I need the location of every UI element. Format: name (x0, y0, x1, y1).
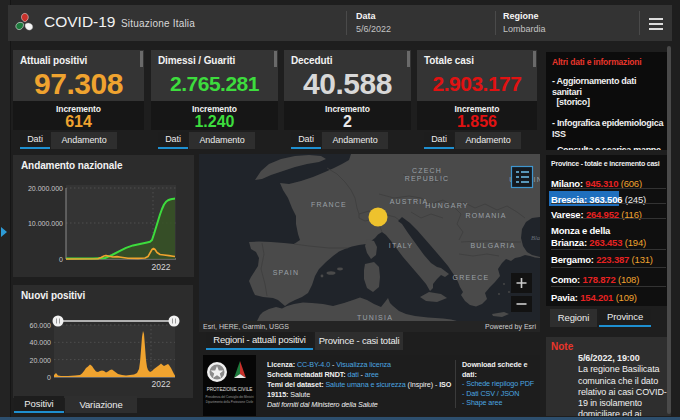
svg-text:2022: 2022 (152, 262, 171, 272)
svg-text:20.000: 20.000 (30, 357, 52, 364)
svg-text:0: 0 (59, 256, 63, 263)
svg-text:AUSTRIA: AUSTRIA (390, 198, 429, 205)
svg-text:BULGARIA: BULGARIA (471, 242, 516, 249)
svg-text:40.000: 40.000 (30, 339, 52, 346)
svg-text:0: 0 (47, 374, 51, 381)
svg-text:2022: 2022 (152, 379, 171, 389)
svg-text:FRANCE: FRANCE (311, 201, 347, 208)
svg-text:GREECE: GREECE (453, 274, 490, 281)
svg-text:CZECH: CZECH (412, 167, 442, 174)
svg-text:20.000.000: 20.000.000 (28, 185, 63, 192)
svg-text:TUNISIA: TUNISIA (357, 314, 393, 321)
svg-text:ITALY: ITALY (389, 242, 413, 249)
svg-text:10.000.000: 10.000.000 (28, 220, 63, 227)
svg-text:REPUBLIC: REPUBLIC (405, 175, 450, 182)
svg-text:Black: Black (531, 234, 540, 241)
svg-text:SPAIN: SPAIN (273, 269, 300, 276)
svg-text:Presidenza del Consiglio dei M: Presidenza del Consiglio dei Ministri (205, 395, 254, 399)
svg-text:60.000: 60.000 (30, 322, 52, 329)
svg-text:PROTEZIONE CIVILE: PROTEZIONE CIVILE (207, 387, 253, 392)
svg-text:Dipartimento della Protezione: Dipartimento della Protezione Civile (206, 400, 254, 404)
svg-text:HUNGARY: HUNGARY (425, 202, 468, 209)
svg-text:ROMANIA: ROMANIA (465, 212, 506, 219)
